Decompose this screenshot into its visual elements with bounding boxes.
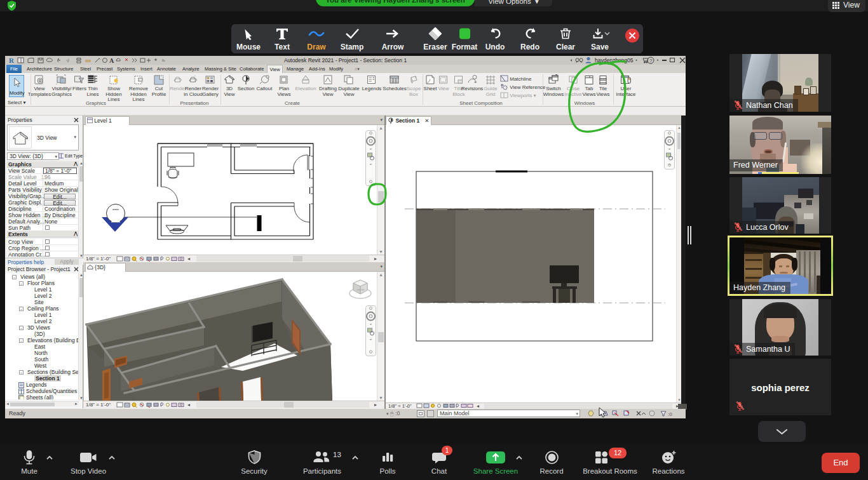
svg-text:haydenzheng05: haydenzheng05 [595,57,634,63]
svg-text:?: ? [649,58,653,63]
svg-text:FRONT: FRONT [357,289,365,291]
svg-text::0: :0 [668,411,672,417]
